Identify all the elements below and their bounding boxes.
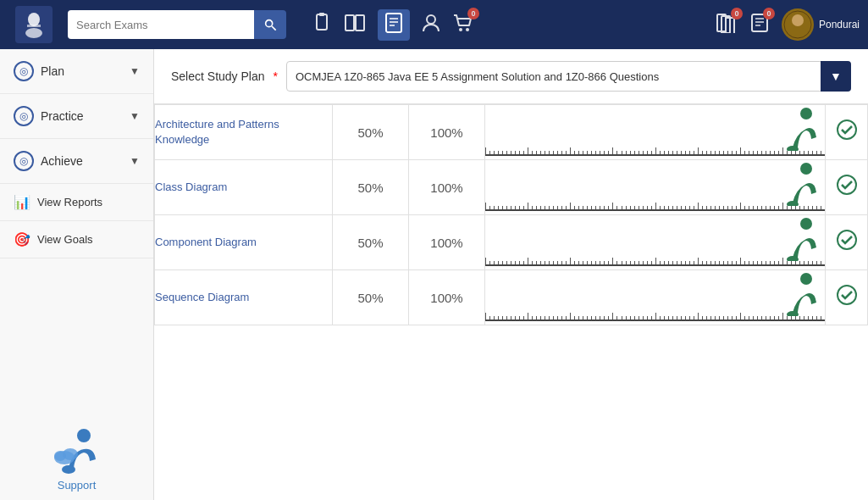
svg-point-39 bbox=[838, 231, 856, 249]
svg-point-3 bbox=[266, 20, 273, 27]
svg-point-30 bbox=[54, 451, 66, 461]
svg-point-0 bbox=[28, 13, 40, 26]
pct2-cell: 100% bbox=[409, 160, 485, 215]
practice-icon: ◎ bbox=[14, 106, 34, 126]
study-plan-bar: Select Study Plan * OCMJEA 1Z0-865 Java … bbox=[154, 49, 868, 104]
note-nav-icon[interactable]: 0 bbox=[749, 13, 770, 37]
view-goals-link[interactable]: 🎯 View Goals bbox=[0, 221, 153, 258]
support-section[interactable]: Support bbox=[0, 408, 153, 500]
document-nav-icon[interactable] bbox=[378, 9, 410, 41]
check-icon bbox=[836, 234, 858, 255]
svg-rect-9 bbox=[386, 14, 401, 32]
topic-cell: Component Diagram bbox=[155, 215, 333, 270]
header: 0 0 0 Pondurai bbox=[0, 0, 868, 49]
search-input[interactable] bbox=[68, 10, 254, 39]
progress-cell bbox=[485, 160, 826, 215]
study-plan-select[interactable]: OCMJEA 1Z0-865 Java EE 5 Assignment Solu… bbox=[286, 61, 851, 92]
svg-rect-7 bbox=[346, 15, 354, 31]
progress-cell bbox=[485, 105, 826, 160]
plan-icon: ◎ bbox=[14, 61, 34, 81]
check-icon bbox=[836, 179, 858, 200]
plan-chevron: ▼ bbox=[130, 65, 140, 77]
pct1-cell: 50% bbox=[333, 160, 409, 215]
pct1-cell: 50% bbox=[333, 215, 409, 270]
table-row: Class Diagram50%100% bbox=[155, 160, 868, 215]
username: Pondurai bbox=[819, 19, 860, 31]
topic-cell: Architecture and Patterns Knowledge bbox=[155, 105, 333, 160]
svg-point-37 bbox=[800, 218, 812, 230]
achieve-icon: ◎ bbox=[14, 151, 34, 171]
svg-point-14 bbox=[459, 28, 462, 31]
nav-icons: 0 bbox=[312, 9, 707, 41]
pct2-cell: 100% bbox=[409, 105, 485, 160]
check-icon bbox=[836, 289, 858, 310]
check-cell bbox=[826, 160, 868, 215]
svg-point-34 bbox=[800, 163, 812, 175]
topic-cell: Sequence Diagram bbox=[155, 270, 333, 325]
svg-point-36 bbox=[838, 175, 856, 194]
check-cell bbox=[826, 270, 868, 325]
search-button[interactable] bbox=[254, 10, 286, 39]
view-reports-link[interactable]: 📊 View Reports bbox=[0, 184, 153, 221]
table-row: Sequence Diagram50%100% bbox=[155, 270, 868, 325]
svg-point-27 bbox=[62, 465, 75, 474]
sidebar-item-achieve[interactable]: ◎ Achieve ▼ bbox=[0, 139, 153, 184]
view-goals-label: View Goals bbox=[37, 233, 93, 246]
person-nav-icon[interactable] bbox=[422, 13, 440, 37]
svg-rect-6 bbox=[319, 13, 324, 16]
sidebar-item-plan[interactable]: ◎ Plan ▼ bbox=[0, 49, 153, 94]
pct1-cell: 50% bbox=[333, 270, 409, 325]
svg-point-13 bbox=[427, 15, 435, 24]
check-cell bbox=[826, 105, 868, 160]
goals-icon: 🎯 bbox=[14, 231, 30, 247]
sidebar-item-practice[interactable]: ◎ Practice ▼ bbox=[0, 94, 153, 139]
support-figure bbox=[52, 425, 102, 479]
sidebar-practice-label: Practice bbox=[41, 109, 84, 123]
pages-nav-icon[interactable]: 0 bbox=[716, 13, 738, 37]
search-area bbox=[68, 10, 286, 39]
book-nav-icon[interactable] bbox=[344, 13, 366, 37]
check-icon bbox=[836, 124, 858, 145]
svg-point-23 bbox=[792, 14, 804, 26]
sidebar: ◎ Plan ▼ ◎ Practice ▼ ◎ Achieve ▼ 📊 View… bbox=[0, 49, 154, 500]
cart-nav-icon[interactable]: 0 bbox=[452, 13, 474, 37]
svg-point-40 bbox=[800, 273, 812, 285]
achieve-chevron: ▼ bbox=[130, 155, 140, 167]
pct2-cell: 100% bbox=[409, 215, 485, 270]
pct2-cell: 100% bbox=[409, 270, 485, 325]
svg-point-42 bbox=[838, 286, 856, 304]
practice-chevron: ▼ bbox=[130, 110, 140, 122]
logo bbox=[8, 6, 59, 43]
svg-point-33 bbox=[838, 120, 856, 139]
user-area: Pondurai bbox=[782, 8, 860, 41]
svg-point-1 bbox=[25, 28, 42, 38]
logo-icon bbox=[15, 6, 53, 43]
data-table: Architecture and Patterns Knowledge50%10… bbox=[154, 104, 868, 325]
main-layout: ◎ Plan ▼ ◎ Practice ▼ ◎ Achieve ▼ 📊 View… bbox=[0, 49, 868, 500]
svg-point-15 bbox=[466, 28, 469, 31]
sidebar-plan-label: Plan bbox=[41, 64, 64, 78]
topic-cell: Class Diagram bbox=[155, 160, 333, 215]
progress-cell bbox=[485, 270, 826, 325]
avatar bbox=[782, 8, 814, 41]
pages-badge: 0 bbox=[731, 8, 743, 19]
svg-point-26 bbox=[77, 429, 91, 442]
note-badge: 0 bbox=[763, 8, 775, 19]
content-area: Select Study Plan * OCMJEA 1Z0-865 Java … bbox=[154, 49, 868, 500]
table-row: Component Diagram50%100% bbox=[155, 215, 868, 270]
study-plan-select-wrapper: OCMJEA 1Z0-865 Java EE 5 Assignment Solu… bbox=[286, 61, 851, 92]
svg-line-4 bbox=[272, 26, 276, 31]
progress-cell bbox=[485, 215, 826, 270]
reports-icon: 📊 bbox=[14, 194, 30, 210]
svg-rect-2 bbox=[27, 25, 41, 27]
clipboard-nav-icon[interactable] bbox=[312, 12, 332, 37]
svg-point-31 bbox=[800, 108, 812, 119]
svg-point-24 bbox=[788, 27, 808, 39]
svg-rect-8 bbox=[356, 15, 364, 31]
table-row: Architecture and Patterns Knowledge50%10… bbox=[155, 105, 868, 160]
pct1-cell: 50% bbox=[333, 105, 409, 160]
header-right: 0 0 Pondurai bbox=[716, 8, 860, 41]
support-label: Support bbox=[58, 479, 97, 492]
study-plan-label: Select Study Plan bbox=[171, 69, 265, 83]
sidebar-achieve-label: Achieve bbox=[41, 154, 83, 168]
